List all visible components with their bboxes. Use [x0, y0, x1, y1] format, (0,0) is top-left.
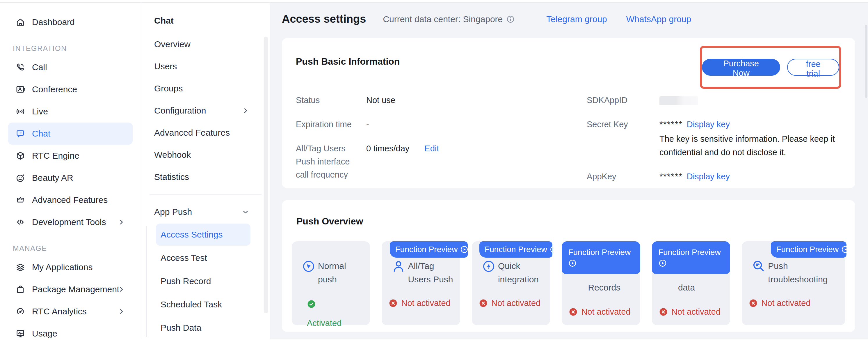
chevron-right-icon — [118, 286, 125, 293]
info-icon[interactable] — [506, 15, 515, 24]
menu-item-overview[interactable]: Overview — [142, 33, 270, 55]
field-label-appkey: AppKey — [587, 170, 659, 183]
feature-status-label: Not activated — [581, 307, 630, 316]
menu-item-users[interactable]: Users — [142, 55, 270, 78]
sidebar-item-label: Conference — [32, 84, 77, 94]
sidebar-item-conference[interactable]: Conference — [0, 78, 141, 101]
sidebar-item-rtc-analytics[interactable]: RTC Analytics — [0, 301, 141, 322]
feature-tile-records: Function Preview Records N — [562, 241, 640, 325]
sidebar-item-label: Chat — [32, 129, 50, 139]
field-label-secret-key: Secret Key — [587, 118, 659, 159]
menu-item-label: Statistics — [154, 172, 189, 182]
field-value-secret-key: ******Display key The key is sensitive i… — [659, 118, 841, 159]
search-troubleshoot-icon — [752, 259, 766, 273]
sidebar-item-label: RTC Analytics — [32, 307, 87, 316]
phone-icon — [15, 62, 26, 73]
masked-appkey: ****** — [659, 172, 683, 181]
sidebar-item-my-applications[interactable]: My Applications — [0, 256, 141, 278]
field-label-frequency: All/Tag Users Push interface call freque… — [296, 142, 366, 181]
badge-label: Function Preview — [568, 248, 631, 257]
field-value-expiration: - — [366, 118, 587, 131]
sidebar-item-rtc-engine[interactable]: RTC Engine — [0, 145, 141, 167]
sidebar-item-label: Dashboard — [32, 17, 75, 27]
menu-item-label: Users — [154, 61, 177, 71]
sidebar-item-package-management[interactable]: Package Management — [0, 278, 141, 301]
sidebar-item-chat[interactable]: Chat — [8, 122, 133, 145]
submenu-item-scheduled-task[interactable]: Scheduled Task — [146, 293, 270, 316]
edit-link[interactable]: Edit — [425, 144, 439, 153]
sidebar-item-live[interactable]: Live — [0, 101, 141, 122]
purchase-now-button[interactable]: Purchase Now — [702, 59, 780, 76]
sidebar-item-label: My Applications — [32, 262, 93, 272]
chat-bubble-icon — [15, 129, 26, 139]
badge-label: Function Preview — [485, 245, 547, 254]
secret-key-note: The key is sensitive information. Please… — [659, 132, 841, 159]
display-key-link[interactable]: Display key — [687, 120, 730, 129]
play-circle-icon — [568, 259, 577, 267]
chevron-right-icon — [242, 107, 249, 114]
page-scrollbar-thumb[interactable] — [865, 25, 867, 98]
function-preview-badge[interactable]: Function Preview — [479, 241, 552, 258]
menu-item-label: Advanced Features — [154, 128, 230, 138]
frequency-value: 0 times/day — [366, 144, 409, 153]
menu-item-statistics[interactable]: Statistics — [142, 166, 270, 188]
check-circle-icon — [307, 300, 316, 309]
basic-info-fields: Status Not use Expiration time - All/Tag… — [296, 94, 841, 183]
play-circle-icon — [841, 245, 846, 254]
badge-label: Function Preview — [776, 245, 839, 254]
x-circle-icon — [659, 307, 668, 316]
telegram-group-link[interactable]: Telegram group — [546, 14, 607, 24]
x-circle-icon — [749, 299, 758, 308]
menu-item-webhook[interactable]: Webhook — [142, 144, 270, 166]
sidebar-item-label: Usage — [32, 329, 57, 339]
sidebar-item-label: Live — [32, 107, 48, 116]
sidebar-item-development-tools[interactable]: Development Tools — [0, 211, 141, 233]
submenu-item-push-data[interactable]: Push Data — [146, 316, 270, 339]
function-preview-badge[interactable]: Function Preview — [390, 241, 467, 258]
feature-status-activated: Activated — [307, 300, 370, 330]
page-title: Access settings — [282, 13, 366, 25]
sidebar-item-dashboard[interactable]: Dashboard — [0, 11, 141, 33]
display-key-link[interactable]: Display key — [687, 172, 730, 181]
sidebar-item-advanced-features[interactable]: Advanced Features — [0, 189, 141, 211]
sidebar-item-call[interactable]: Call — [0, 56, 141, 78]
sidebar-item-usage[interactable]: Usage — [0, 322, 141, 340]
sidebar-item-label: Package Management — [32, 284, 119, 294]
function-preview-badge[interactable]: Function Preview — [652, 241, 730, 274]
menu-item-groups[interactable]: Groups — [142, 78, 270, 100]
top-hairline — [0, 0, 868, 3]
function-preview-badge[interactable]: Function Preview — [562, 241, 640, 274]
datacenter-info: Current data center: Singapore — [383, 14, 515, 24]
badge-label: Function Preview — [395, 245, 458, 254]
menu-item-app-push[interactable]: App Push — [142, 201, 270, 223]
panel-scrollbar-thumb[interactable] — [264, 37, 268, 313]
feature-title: Push troubleshooting — [768, 259, 839, 286]
sidebar-item-beauty-ar[interactable]: Beauty AR — [0, 167, 141, 189]
crown-icon — [15, 195, 26, 205]
chevron-right-icon — [118, 308, 125, 315]
main-content: Access settings Current data center: Sin… — [270, 3, 868, 339]
field-label-sdkappid: SDKAppID — [587, 94, 659, 107]
play-circle-icon — [658, 259, 667, 267]
sidebar-item-label: Advanced Features — [32, 195, 107, 205]
chat-submenu-panel: Chat Overview Users Groups Configuration… — [142, 3, 270, 339]
whatsapp-group-link[interactable]: WhatsApp group — [626, 14, 691, 24]
submenu-item-push-record[interactable]: Push Record — [146, 270, 270, 293]
free-trial-button[interactable]: free trial — [787, 59, 839, 76]
menu-item-label: App Push — [154, 207, 192, 217]
menu-item-label: Configuration — [154, 106, 206, 116]
sidebar-item-label: Development Tools — [32, 217, 106, 227]
feature-tile-data: Function Preview data Not — [652, 241, 730, 325]
normal-push-icon — [302, 259, 316, 273]
app-root: Dashboard INTEGRATION Call Conference — [0, 0, 868, 340]
submenu-item-access-settings[interactable]: Access Settings — [156, 224, 250, 246]
menu-item-configuration[interactable]: Configuration — [142, 100, 270, 122]
submenu-item-label: Access Settings — [161, 230, 222, 239]
feature-status-label: Activated — [307, 318, 341, 328]
cube-icon — [15, 150, 26, 161]
gauge-icon — [15, 306, 26, 317]
submenu-item-access-test[interactable]: Access Test — [146, 246, 270, 270]
chevron-right-icon — [118, 218, 125, 226]
function-preview-badge[interactable]: Function Preview — [771, 241, 846, 258]
menu-item-advanced-features[interactable]: Advanced Features — [142, 122, 270, 144]
